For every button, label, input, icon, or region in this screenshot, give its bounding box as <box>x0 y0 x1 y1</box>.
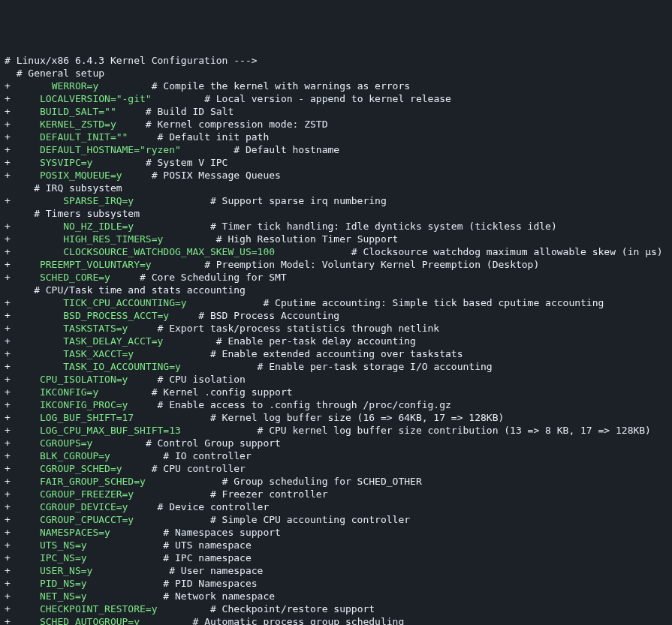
line-prefix: + <box>5 437 11 449</box>
config-comment: General setup <box>28 68 104 79</box>
line-prefix: # <box>5 55 17 66</box>
config-line: + NO_HZ_IDLE=y # Timer tick handling: Id… <box>5 220 667 233</box>
config-comment: # High Resolution Timer Support <box>216 233 399 245</box>
config-variable: HIGH_RES_TIMERS=y <box>63 233 163 245</box>
line-prefix: + <box>5 233 11 245</box>
config-variable: CGROUPS=y <box>40 437 92 449</box>
line-prefix: + <box>5 93 11 104</box>
config-variable: PID_NS=y <box>40 578 87 589</box>
config-variable: TASK_XACCT=y <box>63 348 134 359</box>
line-prefix: + <box>5 578 11 589</box>
config-variable: POSIX_MQUEUE=y <box>40 170 122 181</box>
config-comment: # Kernel .config support <box>152 386 293 398</box>
config-comment: # IPC namespace <box>163 552 251 563</box>
config-comment: # Export task/process statistics through… <box>158 323 440 334</box>
config-comment: # Device controller <box>158 501 270 512</box>
config-line: + TASK_XACCT=y # Enable extended account… <box>5 347 667 360</box>
config-variable: NET_NS=y <box>40 590 87 602</box>
line-prefix: + <box>5 412 11 423</box>
config-line: + CGROUP_SCHED=y # CPU controller <box>5 462 667 475</box>
config-variable: SYSVIPC=y <box>40 157 92 168</box>
line-prefix: + <box>5 348 11 359</box>
config-variable: BUILD_SALT="" <box>40 106 116 117</box>
config-line: + SCHED_AUTOGROUP=y # Automatic process … <box>5 615 667 625</box>
line-prefix: + <box>5 246 11 257</box>
line-prefix: + <box>5 310 11 321</box>
config-variable: TICK_CPU_ACCOUNTING=y <box>63 297 186 308</box>
config-line: + TASKSTATS=y # Export task/process stat… <box>5 322 667 335</box>
config-line: + BUILD_SALT="" # Build ID Salt <box>5 105 667 118</box>
line-prefix: + <box>5 272 11 283</box>
line-prefix: + <box>5 616 11 625</box>
config-comment: # Enable access to .config through /proc… <box>158 399 451 410</box>
config-comment: # Default hostname <box>234 144 339 155</box>
line-prefix: + <box>5 131 11 143</box>
config-variable: KERNEL_ZSTD=y <box>40 119 116 130</box>
config-line: + SCHED_CORE=y # Core Scheduling for SMT <box>5 271 667 284</box>
config-comment: # CPU controller <box>152 463 246 474</box>
config-line: + CHECKPOINT_RESTORE=y # Checkpoint/rest… <box>5 602 667 615</box>
config-variable: NO_HZ_IDLE=y <box>63 221 134 232</box>
config-line: + CPU_ISOLATION=y # CPU isolation <box>5 373 667 386</box>
config-comment: CPU/Task time and stats accounting <box>46 284 246 296</box>
config-variable: CGROUP_CPUACCT=y <box>40 514 134 525</box>
config-comment: # Checkpoint/restore support <box>210 603 375 614</box>
config-variable: CLOCKSOURCE_WATCHDOG_MAX_SKEW_US=100 <box>63 246 275 257</box>
line-prefix: + <box>5 374 11 385</box>
config-line: + BSD_PROCESS_ACCT=y # BSD Process Accou… <box>5 309 667 322</box>
line-prefix: + <box>5 565 11 576</box>
config-line: + LOCALVERSION="-git" # Local version - … <box>5 92 667 105</box>
config-variable: NAMESPACES=y <box>40 527 110 538</box>
line-prefix: + <box>5 144 11 155</box>
config-line: + CLOCKSOURCE_WATCHDOG_MAX_SKEW_US=100 #… <box>5 245 667 258</box>
config-line: + NET_NS=y # Network namespace <box>5 590 667 602</box>
line-prefix: # <box>5 284 46 296</box>
config-line: + DEFAULT_INIT="" # Default init path <box>5 131 667 143</box>
config-comment: IRQ subsystem <box>46 182 122 194</box>
config-variable: CGROUP_SCHED=y <box>40 463 122 474</box>
config-comment: # Enable per-task storage I/O accounting <box>258 361 493 372</box>
line-prefix: + <box>5 221 11 232</box>
config-comment: # Group scheduling for SCHED_OTHER <box>222 476 422 487</box>
line-prefix: + <box>5 119 11 130</box>
config-line: + UTS_NS=y # UTS namespace <box>5 539 667 551</box>
config-comment: # POSIX Message Queues <box>152 170 281 181</box>
line-prefix: + <box>5 386 11 398</box>
config-comment: Timers subsystem <box>46 208 140 219</box>
line-prefix: + <box>5 80 11 92</box>
line-prefix: + <box>5 590 11 602</box>
line-prefix: + <box>5 106 11 117</box>
line-prefix: + <box>5 425 11 436</box>
config-line: + TASK_IO_ACCOUNTING=y # Enable per-task… <box>5 360 667 373</box>
config-line: + LOG_BUF_SHIFT=17 # Kernel log buffer s… <box>5 411 667 424</box>
line-prefix: + <box>5 399 11 410</box>
config-line: # Linux/x86 6.4.3 Kernel Configuration -… <box>5 54 667 67</box>
config-comment: # Kernel log buffer size (16 => 64KB, 17… <box>210 412 504 423</box>
config-line: + CGROUP_FREEZER=y # Freezer controller <box>5 488 667 500</box>
config-variable: PREEMPT_VOLUNTARY=y <box>40 259 152 270</box>
line-prefix: + <box>5 501 11 512</box>
config-line: + PID_NS=y # PID Namespaces <box>5 577 667 590</box>
config-comment: # System V IPC <box>146 157 228 168</box>
config-line: + BLK_CGROUP=y # IO controller <box>5 449 667 462</box>
config-comment: # Build ID Salt <box>146 106 234 117</box>
config-comment: # Enable per-task delay accounting <box>216 335 416 347</box>
config-comment: # Freezer controller <box>210 488 328 500</box>
line-prefix: # <box>5 68 28 79</box>
config-comment: # Kernel compression mode: ZSTD <box>146 119 328 130</box>
config-variable: BLK_CGROUP=y <box>40 450 110 461</box>
line-prefix: + <box>5 195 11 206</box>
line-prefix: + <box>5 463 11 474</box>
config-line: + KERNEL_ZSTD=y # Kernel compression mod… <box>5 118 667 131</box>
line-prefix: + <box>5 335 11 347</box>
config-comment: # Cputime accounting: Simple tick based … <box>263 297 604 308</box>
config-line: + DEFAULT_HOSTNAME="ryzen" # Default hos… <box>5 143 667 156</box>
config-variable: USER_NS=y <box>40 565 92 576</box>
config-comment: # CPU isolation <box>158 374 246 385</box>
config-comment: # Local version - append to kernel relea… <box>204 93 451 104</box>
config-line: # IRQ subsystem <box>5 182 667 194</box>
config-comment: # Preemption Model: Voluntary Kernel Pre… <box>204 259 539 270</box>
config-line: + PREEMPT_VOLUNTARY=y # Preemption Model… <box>5 258 667 271</box>
line-prefix: + <box>5 157 11 168</box>
config-comment: # Default init path <box>158 131 270 143</box>
